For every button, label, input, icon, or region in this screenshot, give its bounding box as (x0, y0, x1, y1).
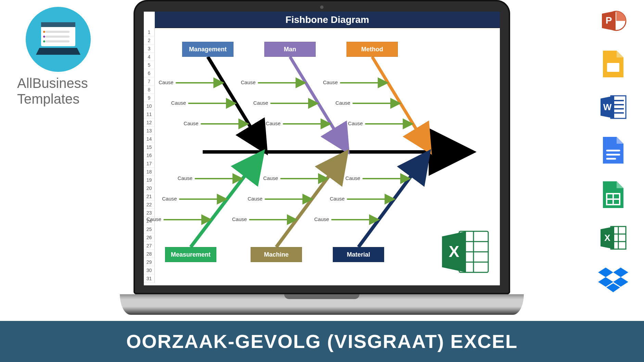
svg-point-3 (43, 31, 45, 33)
category-man: Man (264, 42, 316, 57)
row-number: 2 (144, 36, 155, 44)
brand-line2: Templates (17, 91, 79, 106)
cause-label: Cause (248, 196, 262, 202)
laptop-mockup: Fishbone Diagram 12345678910111213141516… (120, 0, 524, 315)
row-number: 4 (144, 53, 155, 61)
svg-rect-6 (46, 40, 70, 42)
excel-badge-icon: X (440, 228, 492, 277)
brand-block: AllBusiness Templates (14, 7, 103, 107)
cause-label: Cause (348, 120, 363, 126)
category-management: Management (182, 42, 233, 57)
svg-rect-16 (607, 63, 619, 72)
cause-label: Cause (330, 196, 344, 202)
cause-label: Cause (147, 216, 161, 222)
row-number: 29 (144, 258, 155, 266)
google-sheets-icon[interactable] (602, 180, 625, 211)
bone-material (358, 155, 427, 247)
svg-text:W: W (603, 102, 612, 112)
row-number: 9 (144, 94, 155, 102)
svg-text:X: X (449, 243, 459, 260)
svg-point-7 (43, 40, 45, 42)
row-number: 21 (144, 192, 155, 201)
row-number: 22 (144, 201, 155, 209)
row-number: 10 (144, 102, 155, 110)
category-material: Material (333, 247, 384, 262)
cause-label: Cause (253, 100, 268, 106)
cause-label: Cause (232, 216, 247, 222)
excel-icon[interactable]: X (599, 224, 627, 253)
page-banner: OORZAAK-GEVOLG (VISGRAAT) EXCEL (0, 321, 644, 362)
google-docs-icon[interactable] (602, 135, 625, 166)
cause-label: Cause (336, 100, 350, 106)
row-number: 11 (144, 110, 155, 118)
cause-label: Cause (266, 120, 280, 126)
brand-logo-icon (26, 7, 91, 72)
cause-label: Cause (314, 216, 329, 222)
row-number-gutter: 1234567891011121314151617181920212223242… (144, 28, 155, 283)
cause-label: Cause (184, 120, 198, 126)
brand-name: AllBusiness Templates (17, 75, 103, 107)
row-number: 5 (144, 61, 155, 69)
svg-rect-1 (41, 22, 75, 27)
row-number: 14 (144, 135, 155, 143)
row-number: 12 (144, 118, 155, 127)
row-number: 28 (144, 250, 155, 258)
cause-label: Cause (178, 175, 192, 181)
category-method: Method (346, 42, 398, 57)
effect-label: Effect (442, 148, 463, 157)
row-number: 15 (144, 143, 155, 151)
cause-label: Cause (345, 175, 360, 181)
diagram-title: Fishbone Diagram (155, 12, 500, 28)
cause-label: Cause (263, 175, 278, 181)
row-number: 16 (144, 151, 155, 159)
row-number: 7 (144, 77, 155, 86)
svg-point-5 (43, 36, 45, 38)
row-number: 3 (144, 44, 155, 53)
cause-label: Cause (323, 79, 338, 85)
row-number: 20 (144, 184, 155, 192)
format-sidebar: P W X (596, 8, 630, 294)
cause-label: Cause (171, 100, 186, 106)
row-number: 25 (144, 225, 155, 233)
laptop-camera-icon (320, 5, 324, 9)
row-number: 31 (144, 274, 155, 283)
category-machine: Machine (251, 247, 302, 262)
row-number: 26 (144, 233, 155, 242)
svg-text:X: X (604, 233, 610, 243)
row-number: 1 (144, 28, 155, 36)
row-number: 13 (144, 127, 155, 135)
row-number: 18 (144, 168, 155, 176)
cause-label: Cause (162, 196, 177, 202)
row-number: 23 (144, 209, 155, 217)
row-number: 8 (144, 86, 155, 94)
dropbox-icon[interactable] (598, 266, 628, 294)
spreadsheet-screen: Fishbone Diagram 12345678910111213141516… (144, 12, 500, 285)
word-icon[interactable]: W (599, 94, 627, 122)
cause-label: Cause (241, 79, 255, 85)
row-number: 17 (144, 159, 155, 168)
row-number: 30 (144, 266, 155, 274)
laptop-notch (284, 294, 359, 299)
row-number: 19 (144, 176, 155, 184)
laptop-base (120, 294, 524, 315)
google-slides-icon[interactable] (602, 49, 625, 80)
brand-line1: AllBusiness (17, 76, 88, 91)
svg-text:P: P (606, 15, 612, 26)
svg-rect-2 (46, 31, 70, 33)
row-number: 27 (144, 242, 155, 250)
svg-rect-4 (46, 36, 70, 38)
powerpoint-icon[interactable]: P (600, 8, 627, 36)
row-number: 6 (144, 69, 155, 77)
cause-label: Cause (159, 79, 173, 85)
laptop-bezel: Fishbone Diagram 12345678910111213141516… (134, 0, 510, 294)
category-measurement: Measurement (165, 247, 216, 262)
